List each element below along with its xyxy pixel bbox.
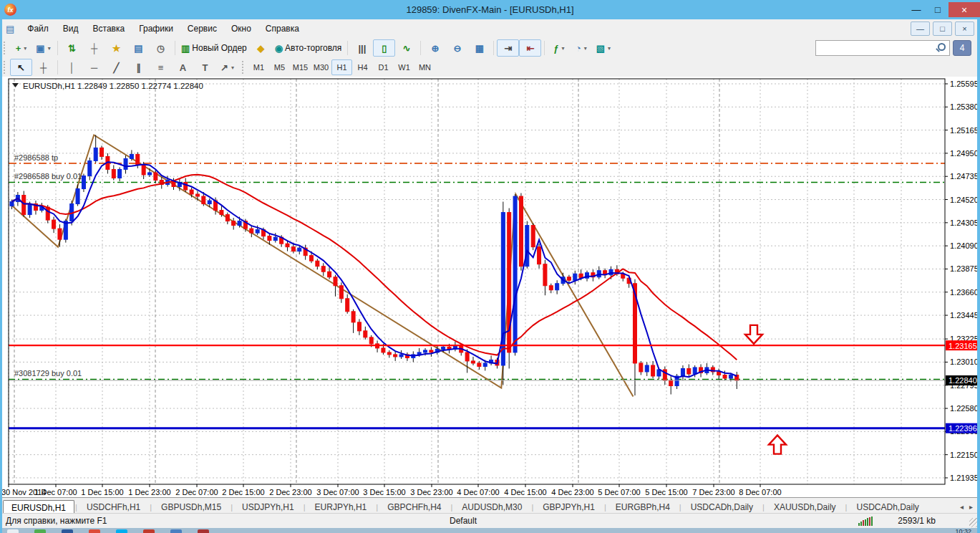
tab-USDJPYh,H1[interactable]: USDJPYh,H1: [233, 499, 303, 514]
menu-item-справка[interactable]: Справка: [258, 21, 306, 37]
svg-text:1 Dec 07:00: 1 Dec 07:00: [34, 488, 77, 496]
timeframe-h1[interactable]: H1: [331, 59, 352, 75]
timeframe-w1[interactable]: W1: [394, 59, 414, 75]
chart-shift-icon: ⇤: [526, 43, 534, 54]
tab-EURJPYh,H1[interactable]: EURJPYh,H1: [306, 499, 376, 514]
trendline-tool-button[interactable]: ╱: [105, 59, 127, 76]
taskbar-chrome-icon[interactable]: [89, 529, 100, 533]
svg-text:1.24520: 1.24520: [950, 196, 979, 204]
zoom-in-button[interactable]: ⊕: [424, 39, 446, 57]
buy-signal-arrow[interactable]: [769, 436, 786, 454]
line-chart-mode-button[interactable]: ∿: [395, 39, 417, 57]
svg-text:1.23660: 1.23660: [950, 288, 979, 297]
text-tool-button[interactable]: A: [172, 59, 194, 76]
metaeditor-button[interactable]: ◆: [250, 39, 272, 57]
taskbar-store-icon[interactable]: [34, 529, 46, 533]
status-profile[interactable]: Default: [450, 516, 477, 526]
channel-tool-button[interactable]: ∥: [127, 59, 150, 76]
tab-EURGBPh,H4[interactable]: EURGBPh,H4: [607, 499, 679, 514]
close-button[interactable]: ×: [949, 2, 980, 17]
vertical-line-tool-button[interactable]: │: [61, 59, 83, 76]
tab-GBPCHFh,H4[interactable]: GBPCHFh,H4: [379, 499, 450, 514]
arrows-tool-button[interactable]: ↗▾: [216, 59, 238, 76]
bar-chart-mode-button[interactable]: |||: [351, 39, 373, 57]
toolbar-separator: [175, 41, 175, 55]
tab-USDCADh,Daily[interactable]: USDCADh,Daily: [682, 499, 762, 514]
sell-signal-arrow[interactable]: [745, 325, 762, 344]
chart-menu-icon[interactable]: ▤: [6, 24, 14, 34]
toolbar-separator: [544, 41, 545, 55]
taskbar-word-icon[interactable]: [62, 529, 73, 533]
horizontal-line-tool-button[interactable]: ─: [83, 59, 105, 76]
tab-EURUSDh,H1[interactable]: EURUSDh,H1: [3, 500, 74, 514]
price-chart[interactable]: #2986588 tp#2986588 buy 0.01#3081729 buy…: [0, 77, 980, 497]
crosshair-tool-button[interactable]: ┼: [32, 59, 54, 76]
indicators-button[interactable]: ƒ▾: [548, 39, 570, 57]
menu-item-вставка[interactable]: Вставка: [86, 21, 132, 37]
label-tool-button[interactable]: T: [194, 59, 216, 76]
zoom-out-button[interactable]: ⊖: [446, 39, 468, 57]
notifications-badge[interactable]: 4: [953, 40, 971, 56]
auto-scroll-button[interactable]: ⇥: [497, 39, 519, 57]
menu-item-файл[interactable]: Файл: [20, 21, 56, 37]
indicators-icon: ƒ: [553, 43, 558, 54]
tab-USDCHFh,H1[interactable]: USDCHFh,H1: [78, 499, 149, 514]
minimize-button[interactable]: —: [906, 2, 927, 17]
tile-windows-button[interactable]: ▦: [468, 39, 490, 57]
maximize-button[interactable]: □: [927, 2, 949, 17]
tab-AUDUSDh,M30[interactable]: AUDUSDh,M30: [453, 499, 530, 514]
profiles-button[interactable]: ▣▾: [32, 39, 54, 57]
menu-item-окно[interactable]: Окно: [224, 21, 258, 37]
fibonacci-tool-button[interactable]: ≡: [150, 59, 172, 76]
taskbar-browser-icon[interactable]: [198, 529, 209, 533]
tab-GBPUSDh,M15[interactable]: GBPUSDh,M15: [152, 499, 230, 514]
toolbar-separator: [493, 41, 494, 55]
menu-item-сервис[interactable]: Сервис: [180, 21, 224, 37]
timeframe-d1[interactable]: D1: [373, 59, 394, 75]
zigzag-line[interactable]: [10, 135, 634, 396]
chart-shift-button[interactable]: ⇤: [519, 39, 541, 57]
terminal-button[interactable]: ▤: [127, 39, 150, 57]
timeframe-m30[interactable]: M30: [311, 59, 331, 75]
timeframe-m5[interactable]: M5: [269, 59, 290, 75]
order-lines[interactable]: [9, 163, 945, 379]
tab-scroll-right-icon[interactable]: ▸: [969, 503, 973, 511]
menu-item-вид[interactable]: Вид: [56, 21, 86, 37]
timeframe-m15[interactable]: M15: [290, 59, 311, 75]
tab-USDCADh,Daily[interactable]: USDCADh,Daily: [848, 499, 927, 514]
chart-area[interactable]: #2986588 tp#2986588 buy 0.01#3081729 buy…: [0, 77, 980, 497]
toolbar-gripper: [4, 42, 6, 54]
tab-scroll-left-icon[interactable]: ◂: [960, 503, 964, 511]
candlestick-mode-button[interactable]: ▯: [373, 39, 395, 57]
new-chart-button[interactable]: +▾: [10, 39, 32, 57]
timeframe-h4[interactable]: H4: [352, 59, 373, 75]
periods-button[interactable]: ◔▾: [570, 39, 592, 57]
tab-GBPJPYh,H1[interactable]: GBPJPYh,H1: [534, 499, 603, 514]
child-minimize-button[interactable]: —: [911, 21, 930, 36]
autotrading-button[interactable]: ◉Авто-торговля: [272, 39, 345, 57]
cursor-tool-button[interactable]: ↖: [10, 59, 32, 76]
taskbar-start-icon[interactable]: [7, 529, 19, 533]
timeframe-m1[interactable]: M1: [248, 59, 269, 75]
taskbar-metatrader-icon[interactable]: [170, 529, 182, 533]
taskbar-settings-gear-icon[interactable]: [143, 529, 155, 533]
templates-button[interactable]: ▧▾: [592, 39, 614, 57]
timeframe-mn[interactable]: MN: [414, 59, 435, 75]
child-restore-button[interactable]: □: [933, 21, 952, 36]
svg-text:1.21935: 1.21935: [950, 474, 979, 482]
market-watch-button[interactable]: ⇅: [61, 39, 83, 57]
chart-quicknav-icon[interactable]: [12, 83, 19, 87]
strategy-tester-button[interactable]: ◷: [150, 39, 172, 57]
svg-text:4 Dec 15:00: 4 Dec 15:00: [504, 488, 546, 496]
time-axis: 30 Nov 20141 Dec 07:001 Dec 15:001 Dec 2…: [1, 484, 782, 496]
menu-item-графики[interactable]: Графики: [132, 21, 180, 37]
search-input[interactable]: [815, 40, 950, 56]
child-close-button[interactable]: ×: [955, 21, 974, 36]
taskbar-clock: 10:32: [955, 528, 971, 533]
horizontal-levels[interactable]: [9, 345, 945, 428]
new-order-button[interactable]: ▥Новый Ордер: [178, 39, 250, 57]
data-window-button[interactable]: ┼: [83, 39, 105, 57]
taskbar-skype-icon[interactable]: [116, 529, 127, 533]
tab-XAUUSDh,Daily[interactable]: XAUUSDh,Daily: [765, 499, 845, 514]
navigator-button[interactable]: ★: [105, 39, 127, 57]
